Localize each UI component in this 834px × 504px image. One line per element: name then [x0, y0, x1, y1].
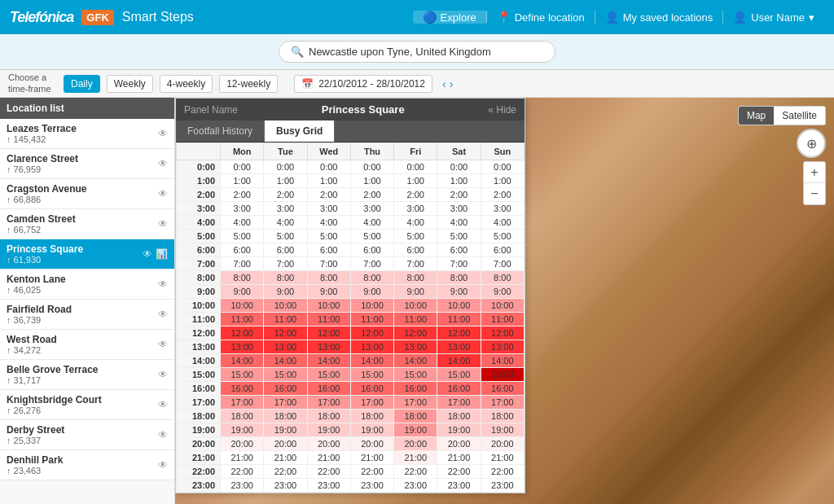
eye-icon[interactable]: 👁: [158, 188, 168, 199]
loc-name: Clarence Street: [7, 153, 78, 164]
grid-cell: 0:00: [437, 160, 481, 174]
panel-hide-button[interactable]: « Hide: [488, 104, 516, 116]
busy-grid-header: MonTueWedThuFriSatSun: [177, 143, 525, 160]
loc-count: ↑ 26,276: [7, 405, 102, 415]
grid-cell: 20:00: [307, 437, 350, 451]
nav-define-location[interactable]: 📍 Define location: [487, 11, 595, 24]
grid-row: 4:004:004:004:004:004:004:004:00: [177, 216, 525, 230]
map-area[interactable]: Panel Name Princess Square « Hide Footfa…: [175, 98, 834, 504]
grid-cell: 5:00: [264, 230, 307, 243]
search-input[interactable]: [309, 46, 543, 58]
map-type-satellite-button[interactable]: Satellite: [774, 107, 825, 125]
grid-cell: 21:00: [221, 451, 264, 465]
eye-icon[interactable]: 👁: [158, 369, 168, 380]
grid-cell: 13:00: [394, 340, 437, 354]
grid-cell: 9:00: [221, 285, 264, 299]
grid-cell: 23:00: [394, 479, 437, 493]
daily-button[interactable]: Daily: [64, 75, 100, 93]
grid-cell: 7:00: [437, 257, 481, 271]
twelve-weekly-button[interactable]: 12-weekly: [219, 75, 278, 93]
location-item-9[interactable]: Knightsbridge Court↑ 26,276👁: [0, 390, 174, 420]
grid-cell: 19:00: [221, 423, 264, 437]
toolbar: Choose a time-frame Daily Weekly 4-weekl…: [0, 70, 834, 98]
grid-cell: 18:00: [481, 410, 524, 423]
busy-grid-container[interactable]: MonTueWedThuFriSatSun 0:000:000:000:000:…: [176, 142, 525, 493]
weekly-button[interactable]: Weekly: [107, 75, 153, 93]
eye-icon[interactable]: 👁: [158, 218, 168, 230]
map-type-map-button[interactable]: Map: [739, 107, 774, 125]
location-item-8[interactable]: Belle Grove Terrace↑ 31,717👁: [0, 360, 174, 390]
eye-icon[interactable]: 👁: [158, 339, 168, 350]
grid-cell: 8:00: [394, 271, 437, 285]
grid-cell: 16:00: [221, 382, 264, 396]
grid-hour-cell: 3:00: [177, 202, 221, 216]
location-item-0[interactable]: Leazes Terrace↑ 145,432👁: [0, 119, 174, 149]
eye-icon[interactable]: 👁: [158, 278, 168, 290]
grid-cell: 2:00: [307, 188, 350, 202]
location-item-2[interactable]: Cragston Avenue↑ 66,886👁: [0, 179, 174, 209]
map-type-toggle: Map Satellite: [738, 106, 826, 125]
grid-cell: 8:00: [264, 271, 307, 285]
grid-hour-cell: 21:00: [177, 451, 221, 465]
location-item-11[interactable]: Denhill Park↑ 23,463👁: [0, 450, 174, 480]
grid-cell: 2:00: [481, 188, 524, 202]
location-icon: 📍: [497, 11, 511, 24]
map-controls: Map Satellite ⊕ + −: [738, 106, 826, 205]
grid-row: 5:005:005:005:005:005:005:005:00: [177, 230, 525, 243]
grid-cell: 19:00: [307, 423, 350, 437]
grid-hour-cell: 6:00: [177, 243, 221, 257]
nav-explore[interactable]: 🔵 Explore: [413, 11, 487, 24]
grid-cell: 20:00: [264, 437, 307, 451]
compass-control[interactable]: ⊕: [797, 129, 826, 158]
location-item-6[interactable]: Fairfield Road↑ 36,739👁: [0, 300, 174, 330]
eye-icon[interactable]: 👁: [158, 128, 168, 139]
eye-icon[interactable]: 👁: [158, 459, 168, 471]
grid-cell: 12:00: [350, 327, 393, 340]
zoom-in-button[interactable]: +: [804, 162, 825, 183]
grid-cell: 10:00: [221, 299, 264, 313]
grid-cell: 0:00: [350, 160, 393, 174]
grid-cell: 2:00: [437, 188, 481, 202]
grid-day-header: Fri: [394, 143, 437, 160]
search-bar: 🔍: [0, 34, 834, 70]
four-weekly-button[interactable]: 4-weekly: [160, 75, 213, 93]
grid-cell: 3:00: [481, 202, 524, 216]
location-item-1[interactable]: Clarence Street↑ 76,959👁: [0, 149, 174, 179]
date-next-button[interactable]: ›: [450, 77, 454, 90]
grid-cell: 1:00: [437, 174, 481, 188]
grid-cell: 4:00: [264, 216, 307, 230]
app-title: Smart Steps: [122, 10, 405, 24]
grid-cell: 6:00: [221, 243, 264, 257]
grid-hour-cell: 22:00: [177, 465, 221, 479]
tab-busy-grid[interactable]: Busy Grid: [265, 121, 335, 142]
eye-icon[interactable]: 👁: [158, 158, 168, 169]
zoom-out-button[interactable]: −: [804, 183, 825, 204]
grid-cell: 14:00: [394, 354, 437, 368]
nav-user[interactable]: 👤 User Name ▾: [723, 11, 824, 24]
grid-row: 11:0011:0011:0011:0011:0011:0011:0011:00: [177, 313, 525, 327]
tab-footfall-history[interactable]: Footfall History: [176, 121, 265, 142]
location-item-4[interactable]: Princess Square↑ 61,930👁📊: [0, 239, 174, 270]
location-item-5[interactable]: Kenton Lane↑ 46,025👁: [0, 270, 174, 300]
grid-cell: 9:00: [307, 285, 350, 299]
grid-cell: 10:00: [437, 299, 481, 313]
date-prev-button[interactable]: ‹: [442, 77, 446, 90]
location-item-3[interactable]: Camden Street↑ 66,752👁: [0, 209, 174, 239]
eye-icon[interactable]: 👁: [143, 248, 152, 260]
eye-icon[interactable]: 👁: [158, 309, 168, 320]
grid-cell: 19:00: [437, 423, 481, 437]
grid-hour-cell: 14:00: [177, 354, 221, 368]
location-item-10[interactable]: Derby Street↑ 25,337👁: [0, 420, 174, 450]
eye-icon[interactable]: 👁: [158, 399, 168, 410]
grid-cell: 14:00: [307, 354, 350, 368]
eye-icon[interactable]: 👁: [158, 429, 168, 440]
grid-row: 22:0022:0022:0022:0022:0022:0022:0022:00: [177, 465, 525, 479]
grid-cell: 23:00: [481, 479, 524, 493]
chart-icon[interactable]: 📊: [156, 248, 168, 260]
nav-explore-label: Explore: [441, 11, 476, 24]
grid-cell: 13:00: [221, 340, 264, 354]
grid-cell: 18:00: [221, 410, 264, 423]
location-item-7[interactable]: West Road↑ 34,272👁: [0, 330, 174, 360]
grid-hour-cell: 1:00: [177, 174, 221, 188]
nav-saved-locations[interactable]: 👤 My saved locations: [595, 11, 724, 24]
